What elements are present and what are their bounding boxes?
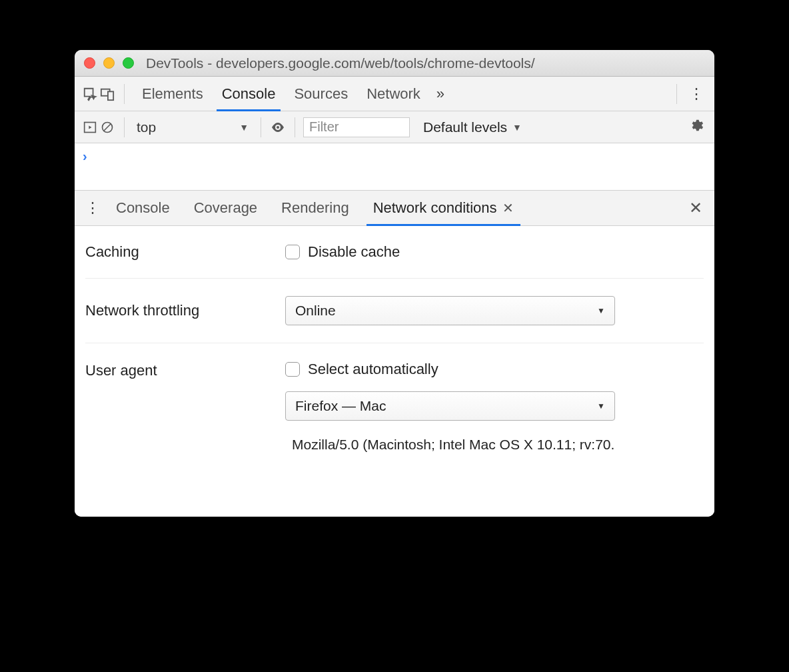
context-value: top xyxy=(137,119,156,135)
tab-elements[interactable]: Elements xyxy=(133,77,213,111)
clear-console-icon[interactable] xyxy=(99,119,116,136)
user-agent-row: User agent Select automatically Firefox … xyxy=(85,343,704,470)
drawer-tab-console[interactable]: Console xyxy=(104,191,182,225)
zoom-window-button[interactable] xyxy=(123,57,134,69)
inspect-element-icon[interactable] xyxy=(81,85,99,103)
minimize-window-button[interactable] xyxy=(103,57,115,69)
drawer-tab-network-conditions[interactable]: Network conditions ✕ xyxy=(361,191,526,225)
traffic-lights xyxy=(84,57,134,69)
ua-auto-checkbox-wrap[interactable]: Select automatically xyxy=(285,361,704,378)
svg-rect-1 xyxy=(108,91,113,100)
close-drawer-icon[interactable]: ✕ xyxy=(684,199,708,217)
ua-auto-checkbox[interactable] xyxy=(285,362,300,377)
tab-sources[interactable]: Sources xyxy=(285,77,357,111)
toggle-sidebar-icon[interactable] xyxy=(81,119,99,136)
console-prompt-icon: › xyxy=(83,149,87,163)
disable-cache-checkbox-wrap[interactable]: Disable cache xyxy=(285,243,704,261)
toggle-device-icon[interactable] xyxy=(99,85,116,103)
disable-cache-checkbox[interactable] xyxy=(285,245,300,259)
drawer-tabs-bar: ⋮ Console Coverage Rendering Network con… xyxy=(75,190,714,226)
user-agent-label: User agent xyxy=(85,361,285,379)
console-body[interactable]: › xyxy=(75,143,714,190)
main-tabs-bar: Elements Console Sources Network » ⋮ xyxy=(75,77,714,111)
more-tabs-icon[interactable]: » xyxy=(430,85,451,103)
separator xyxy=(676,84,677,104)
disable-cache-label: Disable cache xyxy=(308,243,400,261)
user-agent-string: Mozilla/5.0 (Macintosh; Intel Mac OS X 1… xyxy=(285,437,704,453)
svg-point-5 xyxy=(277,126,279,129)
caching-row: Caching Disable cache xyxy=(85,226,704,279)
filter-input[interactable] xyxy=(303,117,410,137)
log-levels-select[interactable]: Default levels ▼ xyxy=(423,119,522,135)
tab-console[interactable]: Console xyxy=(213,77,285,111)
window-title: DevTools - developers.google.com/web/too… xyxy=(146,55,535,71)
eye-icon[interactable] xyxy=(269,119,287,136)
network-conditions-panel: Caching Disable cache Network throttling… xyxy=(75,226,714,517)
throttling-label: Network throttling xyxy=(85,302,285,319)
titlebar: DevTools - developers.google.com/web/too… xyxy=(75,50,714,77)
execution-context-select[interactable]: top ▼ xyxy=(133,119,253,135)
tab-network[interactable]: Network xyxy=(357,77,430,111)
drawer-kebab-icon[interactable]: ⋮ xyxy=(81,199,104,217)
gear-icon[interactable] xyxy=(685,118,708,137)
separator xyxy=(124,84,125,104)
drawer-tab-coverage[interactable]: Coverage xyxy=(182,191,269,225)
close-window-button[interactable] xyxy=(84,57,95,69)
chevron-down-icon: ▼ xyxy=(512,122,522,133)
separator xyxy=(295,117,295,137)
throttling-row: Network throttling Online ▼ xyxy=(85,279,704,343)
drawer-tab-label: Network conditions xyxy=(373,199,497,217)
levels-label: Default levels xyxy=(423,119,507,135)
drawer-tab-rendering[interactable]: Rendering xyxy=(269,191,361,225)
devtools-window: DevTools - developers.google.com/web/too… xyxy=(75,50,714,517)
console-toolbar: top ▼ Default levels ▼ xyxy=(75,111,714,143)
throttling-value: Online xyxy=(295,303,336,319)
close-tab-icon[interactable]: ✕ xyxy=(502,200,514,216)
separator xyxy=(261,117,261,137)
svg-line-4 xyxy=(104,124,111,131)
caching-label: Caching xyxy=(85,243,285,261)
separator xyxy=(124,117,125,137)
chevron-down-icon: ▼ xyxy=(597,401,605,411)
user-agent-select[interactable]: Firefox — Mac ▼ xyxy=(285,391,615,421)
ua-auto-label: Select automatically xyxy=(308,361,438,378)
kebab-menu-icon[interactable]: ⋮ xyxy=(685,85,708,103)
chevron-down-icon: ▼ xyxy=(597,306,605,315)
chevron-down-icon: ▼ xyxy=(239,122,249,133)
throttling-select[interactable]: Online ▼ xyxy=(285,296,615,325)
user-agent-value: Firefox — Mac xyxy=(295,398,387,414)
